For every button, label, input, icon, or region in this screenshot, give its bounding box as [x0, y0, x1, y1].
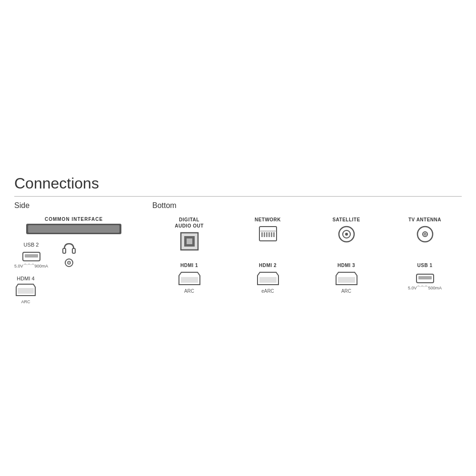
satellite-label: SATELLITE [332, 217, 360, 223]
svg-point-6 [69, 262, 69, 263]
svg-rect-9 [187, 238, 192, 244]
connections-section: Connections Side COMMON INTERFACE USB 2 [14, 175, 462, 311]
usb2-label: USB 2 [24, 242, 39, 248]
hdmi2-label: HDMI 2 [259, 262, 277, 268]
digital-audio-out-block: DIGITALAUDIO OUT [152, 217, 226, 251]
hdmi4-sublabel: ARC [21, 299, 30, 304]
hdmi1-icon [177, 271, 202, 287]
svg-rect-2 [63, 248, 66, 253]
headphone-block [62, 242, 76, 268]
network-icon [258, 226, 278, 243]
side-row-hdmi4: HDMI 4 ARC [14, 276, 133, 304]
page-container: Connections Side COMMON INTERFACE USB 2 [0, 0, 476, 476]
toslink-icon [180, 232, 199, 251]
common-interface-slot [26, 224, 121, 234]
hdmi3-block: HDMI 3 ARC [309, 262, 383, 294]
hdmi1-block: HDMI 1 ARC [152, 262, 226, 294]
satellite-icon [338, 226, 355, 243]
panels-row: Side COMMON INTERFACE USB 2 5.0V⏜⏜⏜900mA [14, 196, 462, 311]
connections-title: Connections [14, 175, 462, 192]
svg-rect-17 [260, 230, 276, 232]
svg-point-23 [424, 233, 426, 235]
svg-rect-13 [266, 232, 268, 237]
digital-audio-out-label: DIGITALAUDIO OUT [175, 217, 204, 229]
bottom-row2: HDMI 1 ARC HDMI 2 [152, 262, 462, 294]
hdmi3-sub: ARC [341, 288, 351, 294]
svg-rect-11 [261, 232, 263, 237]
usb1-sub: 5.0V⏜⏜⏜500mA [408, 286, 442, 291]
bottom-panel: Bottom DIGITALAUDIO OUT NETWO [143, 196, 462, 294]
common-interface-label: COMMON INTERFACE [14, 217, 133, 222]
svg-rect-12 [264, 232, 265, 237]
svg-point-20 [345, 233, 348, 236]
side-panel-label: Side [14, 201, 133, 210]
hdmi3-label: HDMI 3 [337, 262, 355, 268]
tv-antenna-block: TV ANTENNA [388, 217, 462, 251]
hdmi1-label: HDMI 1 [180, 262, 198, 268]
usb2-icon [22, 249, 41, 262]
tv-antenna-icon [416, 226, 434, 243]
hdmi4-icon [14, 283, 37, 298]
side-row-usb-headphone: USB 2 5.0V⏜⏜⏜900mA [14, 242, 133, 269]
headphone-icon [62, 242, 76, 256]
network-label: NETWORK [255, 217, 281, 223]
tv-antenna-label: TV ANTENNA [408, 217, 441, 223]
hdmi2-block: HDMI 2 eARC [231, 262, 305, 294]
svg-rect-16 [273, 232, 275, 237]
usb1-icon [416, 271, 435, 284]
network-block: NETWORK [231, 217, 305, 251]
hdmi1-sub: ARC [184, 288, 194, 294]
hdmi2-sub: eARC [261, 288, 274, 294]
svg-rect-1 [25, 254, 38, 258]
usb1-label: USB 1 [417, 262, 433, 268]
bottom-row1: DIGITALAUDIO OUT NETWORK [152, 217, 462, 251]
bottom-panel-label: Bottom [152, 201, 462, 210]
svg-rect-15 [271, 232, 272, 237]
satellite-block: SATELLITE [309, 217, 383, 251]
usb1-block: USB 1 5.0V⏜⏜⏜500mA [388, 262, 462, 294]
svg-rect-25 [418, 276, 432, 279]
hdmi4-block: HDMI 4 ARC [14, 276, 37, 304]
hdmi2-icon [256, 271, 280, 287]
svg-rect-14 [268, 232, 270, 237]
hdmi4-label: HDMI 4 [17, 276, 34, 281]
svg-rect-3 [72, 248, 75, 253]
side-panel: Side COMMON INTERFACE USB 2 5.0V⏜⏜⏜900mA [14, 196, 143, 311]
usb2-block: USB 2 5.0V⏜⏜⏜900mA [14, 242, 48, 269]
audio-jack-icon [64, 258, 74, 268]
usb2-sublabel: 5.0V⏜⏜⏜900mA [14, 264, 48, 269]
hdmi3-icon [334, 271, 359, 287]
